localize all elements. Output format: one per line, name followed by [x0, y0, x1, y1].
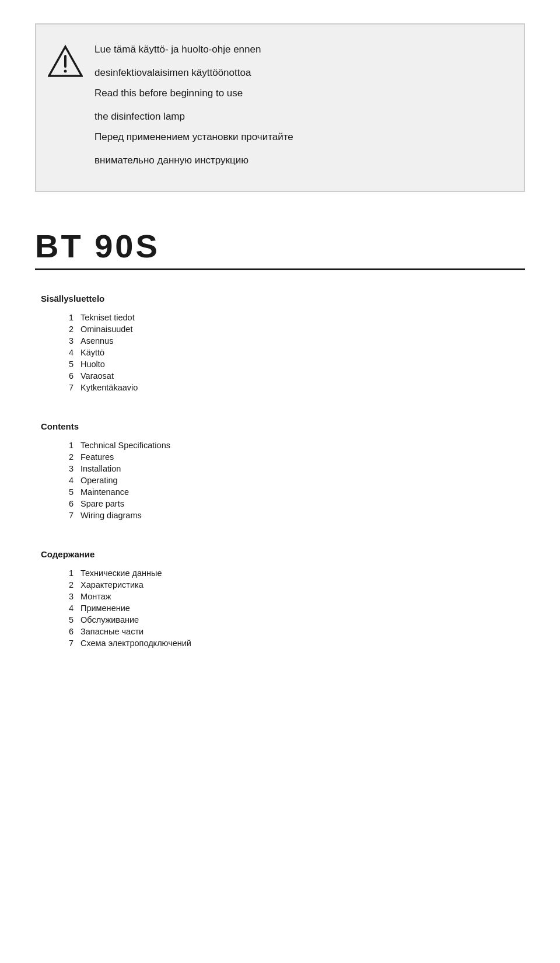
toc-item-label: Характеристика — [80, 580, 144, 589]
toc-item-label: Технические данные — [80, 568, 162, 578]
toc-item-num: 3 — [64, 592, 74, 601]
warning-box: Lue tämä käyttö- ja huolto-ohje ennen de… — [35, 23, 525, 192]
toc-item-num: 3 — [64, 336, 74, 346]
toc-item-label: Ominaisuudet — [80, 325, 132, 334]
toc-item-num: 3 — [64, 464, 74, 473]
list-item: 5Обслуживание — [64, 615, 525, 624]
toc-ru-heading: Содержание — [41, 549, 525, 559]
toc-item-label: Обслуживание — [80, 615, 139, 624]
toc-item-num: 4 — [64, 476, 74, 485]
toc-item-num: 7 — [64, 638, 74, 648]
warning-icon — [48, 44, 83, 79]
toc-item-num: 1 — [64, 313, 74, 322]
toc-item-num: 2 — [64, 580, 74, 589]
title-divider — [35, 268, 525, 270]
list-item: 1Tekniset tiedot — [64, 313, 525, 322]
toc-item-label: Operating — [80, 476, 118, 485]
toc-item-num: 4 — [64, 603, 74, 613]
toc-item-label: Maintenance — [80, 487, 129, 497]
list-item: 5Maintenance — [64, 487, 525, 497]
toc-item-num: 6 — [64, 371, 74, 381]
list-item: 2Features — [64, 452, 525, 462]
toc-item-label: Монтаж — [80, 592, 111, 601]
list-item: 7Схема электроподключений — [64, 638, 525, 648]
warning-line-ru-2: внимательно данную инструкцию — [94, 153, 506, 168]
toc-item-label: Wiring diagrams — [80, 511, 142, 520]
list-item: 6Запасные части — [64, 627, 525, 636]
toc-item-num: 5 — [64, 487, 74, 497]
toc-item-num: 6 — [64, 627, 74, 636]
toc-en-heading: Contents — [41, 421, 525, 431]
warning-line-en-2: the disinfection lamp — [94, 109, 506, 124]
toc-item-label: Käyttö — [80, 348, 104, 357]
toc-en-section: Contents 1Technical Specifications2Featu… — [35, 421, 525, 520]
warning-line-ru-1: Перед применением установки прочитайте — [94, 130, 506, 145]
svg-point-2 — [64, 70, 67, 73]
toc-item-label: Spare parts — [80, 499, 124, 508]
list-item: 7Kytkentäkaavio — [64, 383, 525, 392]
list-item: 1Технические данные — [64, 568, 525, 578]
toc-item-num: 2 — [64, 325, 74, 334]
list-item: 6Varaosat — [64, 371, 525, 381]
toc-item-label: Запасные части — [80, 627, 144, 636]
list-item: 5Huolto — [64, 360, 525, 369]
toc-item-num: 7 — [64, 383, 74, 392]
toc-item-label: Huolto — [80, 360, 105, 369]
list-item: 1Technical Specifications — [64, 441, 525, 450]
warning-line-fi-2: desinfektiovalaisimen käyttöönottoa — [94, 65, 506, 81]
product-title: BT 90S — [35, 227, 525, 265]
list-item: 4Käyttö — [64, 348, 525, 357]
list-item: 3Монтаж — [64, 592, 525, 601]
toc-en-list: 1Technical Specifications2Features3Insta… — [41, 441, 525, 520]
toc-item-label: Tekniset tiedot — [80, 313, 135, 322]
toc-fi-section: Sisällysluettelo 1Tekniset tiedot2Ominai… — [35, 294, 525, 392]
toc-ru-section: Содержание 1Технические данные2Характери… — [35, 549, 525, 648]
toc-item-num: 7 — [64, 511, 74, 520]
toc-item-label: Installation — [80, 464, 121, 473]
warning-line-fi-1: Lue tämä käyttö- ja huolto-ohje ennen — [94, 42, 506, 57]
list-item: 2Ominaisuudet — [64, 325, 525, 334]
toc-item-label: Technical Specifications — [80, 441, 170, 450]
toc-item-num: 5 — [64, 360, 74, 369]
toc-ru-list: 1Технические данные2Характеристика3Монта… — [41, 568, 525, 648]
toc-item-label: Features — [80, 452, 114, 462]
toc-fi-list: 1Tekniset tiedot2Ominaisuudet3Asennus4Kä… — [41, 313, 525, 392]
toc-item-label: Схема электроподключений — [80, 638, 191, 648]
list-item: 2Характеристика — [64, 580, 525, 589]
list-item: 3Asennus — [64, 336, 525, 346]
list-item: 6Spare parts — [64, 499, 525, 508]
toc-item-num: 1 — [64, 568, 74, 578]
toc-item-num: 6 — [64, 499, 74, 508]
toc-item-num: 5 — [64, 615, 74, 624]
list-item: 4Применение — [64, 603, 525, 613]
toc-item-num: 2 — [64, 452, 74, 462]
warning-line-en-1: Read this before beginning to use — [94, 86, 506, 101]
warning-text: Lue tämä käyttö- ja huolto-ohje ennen de… — [94, 42, 506, 173]
toc-item-label: Kytkentäkaavio — [80, 383, 138, 392]
list-item: 3Installation — [64, 464, 525, 473]
toc-item-num: 4 — [64, 348, 74, 357]
list-item: 4Operating — [64, 476, 525, 485]
toc-item-label: Asennus — [80, 336, 113, 346]
toc-item-label: Применение — [80, 603, 130, 613]
toc-fi-heading: Sisällysluettelo — [41, 294, 525, 303]
toc-item-num: 1 — [64, 441, 74, 450]
toc-item-label: Varaosat — [80, 371, 114, 381]
list-item: 7Wiring diagrams — [64, 511, 525, 520]
